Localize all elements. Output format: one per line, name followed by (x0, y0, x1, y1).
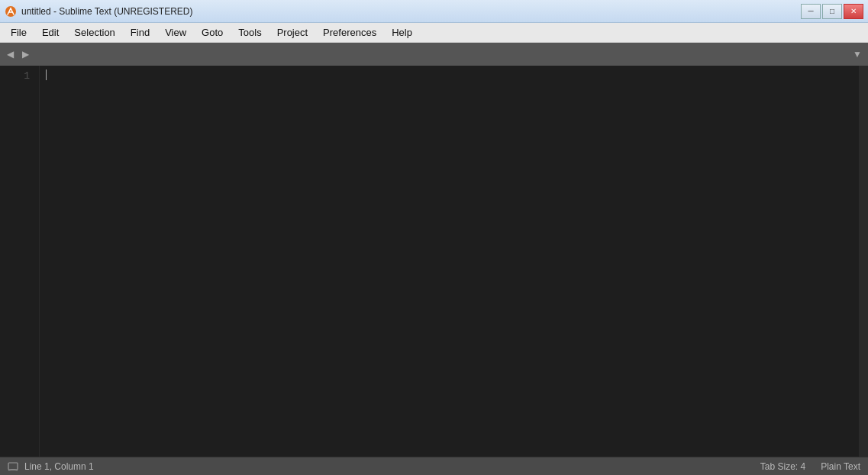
menu-item-tools[interactable]: Tools (231, 24, 269, 41)
svg-rect-1 (8, 463, 18, 470)
menu-item-help[interactable]: Help (384, 24, 420, 41)
status-left: Line 1, Column 1 (8, 461, 94, 472)
editor-area: 1 (0, 66, 868, 457)
tab-size[interactable]: Tab Size: 4 (760, 461, 805, 472)
menu-item-project[interactable]: Project (269, 24, 315, 41)
cursor-position: Line 1, Column 1 (24, 461, 94, 472)
line-numbers: 1 (0, 66, 40, 457)
line-number-1: 1 (0, 69, 30, 84)
tab-bar-left: ◀ ▶ (3, 47, 32, 61)
scrollbar-track[interactable] (859, 66, 868, 457)
code-area[interactable] (40, 66, 859, 457)
menu-item-view[interactable]: View (157, 24, 194, 41)
menu-item-preferences[interactable]: Preferences (315, 24, 384, 41)
title-text: untitled - Sublime Text (UNREGISTERED) (21, 6, 193, 17)
close-button[interactable]: ✕ (844, 4, 863, 19)
title-bar: untitled - Sublime Text (UNREGISTERED) ─… (0, 0, 868, 23)
tab-next-arrow[interactable]: ▶ (18, 47, 32, 61)
menu-item-find[interactable]: Find (123, 24, 157, 41)
title-bar-controls: ─ □ ✕ (801, 4, 863, 19)
menu-item-file[interactable]: File (3, 24, 34, 41)
syntax-mode[interactable]: Plain Text (821, 461, 860, 472)
status-icon (8, 461, 18, 472)
maximize-button[interactable]: □ (822, 4, 842, 19)
tab-dropdown-button[interactable]: ▼ (850, 47, 865, 62)
text-cursor (46, 69, 47, 80)
title-bar-left: untitled - Sublime Text (UNREGISTERED) (5, 5, 193, 18)
status-bar: Line 1, Column 1 Tab Size: 4 Plain Text (0, 457, 868, 475)
menu-item-selection[interactable]: Selection (66, 24, 122, 41)
app-icon (5, 5, 17, 18)
menu-item-goto[interactable]: Goto (194, 24, 231, 41)
tab-bar: ◀ ▶ ▼ (0, 43, 868, 66)
tab-prev-arrow[interactable]: ◀ (3, 47, 17, 61)
menu-bar: FileEditSelectionFindViewGotoToolsProjec… (0, 23, 868, 43)
menu-item-edit[interactable]: Edit (34, 24, 66, 41)
status-right: Tab Size: 4 Plain Text (760, 461, 860, 472)
minimize-button[interactable]: ─ (801, 4, 821, 19)
